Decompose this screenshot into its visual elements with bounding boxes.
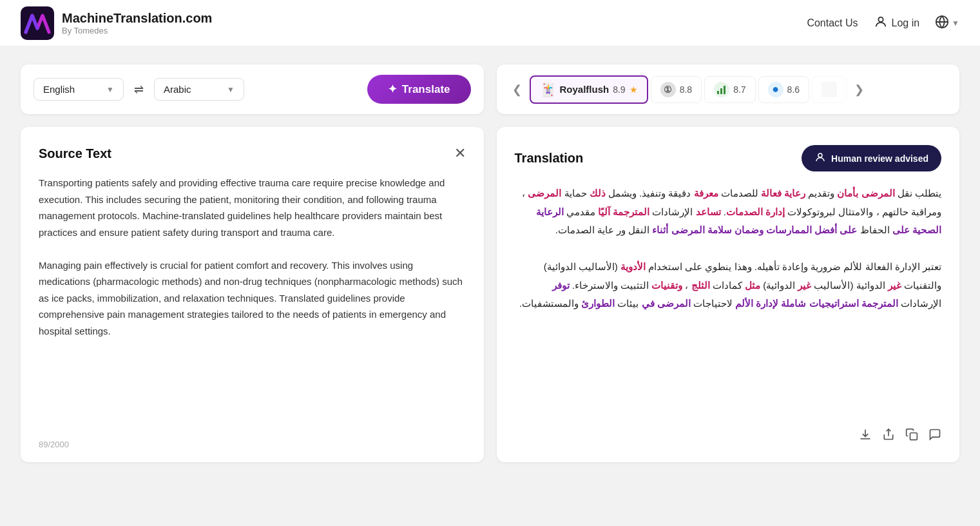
header-nav: Contact Us Log in ▼ bbox=[807, 15, 959, 32]
translation-panel: Translation Human review advised يتطلب ن… bbox=[497, 127, 960, 462]
translation-actions bbox=[515, 420, 942, 444]
royalflush-name: Royalflush bbox=[560, 84, 610, 95]
language-selector-button[interactable]: ▼ bbox=[935, 15, 959, 32]
svg-rect-0 bbox=[21, 6, 54, 40]
main-container: English ▼ ⇌ Arabic ▼ ✦ Translate ❮ 🃏 Roy… bbox=[0, 46, 980, 480]
logo-subtitle: By Tomedes bbox=[62, 26, 212, 35]
download-button[interactable] bbox=[859, 428, 872, 444]
source-panel-title: Source Text bbox=[39, 146, 111, 161]
target-language-select[interactable]: Arabic ▼ bbox=[154, 78, 244, 101]
svg-rect-8 bbox=[910, 433, 918, 440]
engine3-score: 8.7 bbox=[733, 84, 745, 95]
engine-4[interactable]: ● 8.6 bbox=[758, 76, 809, 103]
account-icon bbox=[874, 15, 888, 32]
engine3-logo bbox=[714, 82, 729, 97]
login-label: Log in bbox=[892, 17, 920, 29]
source-panel: Source Text ✕ Transporting patients safe… bbox=[21, 127, 484, 462]
human-review-label: Human review advised bbox=[831, 153, 928, 164]
logo-title: MachineTranslation.com bbox=[62, 11, 212, 26]
engine4-logo: ● bbox=[768, 82, 783, 97]
human-review-icon bbox=[814, 151, 826, 165]
translation-para-2: تعتبر الإدارة الفعالة للألم ضرورية وإعاد… bbox=[515, 258, 942, 313]
engine-royalflush[interactable]: 🃏 Royalflush 8.9 ★ bbox=[530, 75, 648, 104]
engine-next-button[interactable]: ❯ bbox=[849, 80, 869, 99]
login-button[interactable]: Log in bbox=[874, 15, 920, 32]
translate-button[interactable]: ✦ Translate bbox=[367, 75, 471, 104]
translation-panel-header: Translation Human review advised bbox=[515, 145, 942, 171]
clear-source-button[interactable]: ✕ bbox=[454, 145, 466, 162]
royalflush-score: 8.9 bbox=[613, 84, 625, 95]
source-para-2: Managing pain effectively is crucial for… bbox=[39, 257, 466, 340]
source-lang-chevron: ▼ bbox=[106, 85, 114, 94]
source-text-content: Transporting patients safely and providi… bbox=[39, 175, 466, 444]
engine2-logo: ① bbox=[660, 82, 676, 97]
target-lang-label: Arabic bbox=[164, 84, 191, 95]
contact-link[interactable]: Contact Us bbox=[807, 17, 858, 29]
translation-panel-title: Translation bbox=[515, 151, 584, 166]
translate-label: Translate bbox=[402, 83, 450, 96]
language-bar: English ▼ ⇌ Arabic ▼ ✦ Translate bbox=[21, 64, 484, 114]
comment-button[interactable] bbox=[928, 428, 941, 444]
logo-text: MachineTranslation.com By Tomedes bbox=[62, 11, 212, 35]
translation-para-1: يتطلب نقل المرضى بأمان وتقديم رعاية فعال… bbox=[515, 184, 942, 240]
logo-wrap: MachineTranslation.com By Tomedes bbox=[21, 6, 807, 40]
engine-prev-button[interactable]: ❮ bbox=[507, 80, 527, 99]
globe-icon bbox=[935, 15, 949, 32]
engine4-score: 8.6 bbox=[787, 84, 800, 95]
source-panel-header: Source Text ✕ bbox=[39, 145, 466, 162]
engine-5-partial[interactable] bbox=[812, 76, 847, 103]
engine-2[interactable]: ① 8.8 bbox=[651, 76, 702, 103]
share-button[interactable] bbox=[882, 428, 895, 444]
svg-rect-3 bbox=[717, 91, 719, 94]
header: MachineTranslation.com By Tomedes Contac… bbox=[0, 0, 980, 46]
translation-text-content: يتطلب نقل المرضى بأمان وتقديم رعاية فعال… bbox=[515, 184, 942, 420]
svg-rect-4 bbox=[720, 88, 722, 94]
source-language-select[interactable]: English ▼ bbox=[34, 78, 124, 101]
globe-chevron: ▼ bbox=[952, 19, 959, 28]
svg-point-6 bbox=[818, 153, 822, 157]
copy-button[interactable] bbox=[905, 428, 918, 444]
target-lang-chevron: ▼ bbox=[227, 85, 235, 94]
engine-bar: ❮ 🃏 Royalflush 8.9 ★ ① 8.8 8.7 ● 8.6 bbox=[497, 64, 960, 114]
human-review-button[interactable]: Human review advised bbox=[802, 145, 941, 171]
royalflush-star: ★ bbox=[629, 84, 638, 95]
engine2-score: 8.8 bbox=[680, 84, 692, 95]
svg-rect-5 bbox=[724, 86, 725, 94]
source-lang-label: English bbox=[43, 84, 75, 95]
source-para-1: Transporting patients safely and providi… bbox=[39, 175, 466, 240]
word-count: 89/2000 bbox=[39, 440, 69, 449]
svg-point-1 bbox=[878, 17, 883, 21]
engine-3[interactable]: 8.7 bbox=[704, 76, 755, 103]
royalflush-logo: 🃏 bbox=[540, 82, 556, 97]
sparkle-icon: ✦ bbox=[388, 83, 397, 96]
logo-icon bbox=[21, 6, 54, 40]
swap-languages-button[interactable]: ⇌ bbox=[131, 80, 146, 99]
